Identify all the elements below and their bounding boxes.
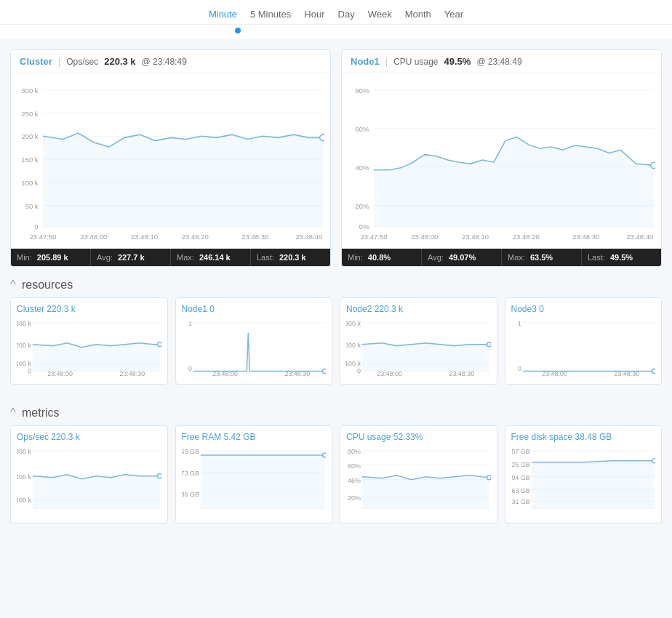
svg-text:23:48:00: 23:48:00 xyxy=(212,370,238,376)
time-option-year[interactable]: Year xyxy=(444,9,463,20)
node1-chart-body: 80% 60% 40% 20% 0% 23:47:50 23:48:0 xyxy=(342,73,661,249)
svg-text:0: 0 xyxy=(357,367,361,374)
node1-value: 49.5% xyxy=(444,56,471,67)
node1-stats-bar: Min: 40.8% Avg: 49.07% Max: 63.5% Last: … xyxy=(342,249,661,266)
svg-text:150 k: 150 k xyxy=(21,156,38,164)
resources-caret-icon: ^ xyxy=(10,278,19,291)
svg-text:100 k: 100 k xyxy=(17,497,31,504)
svg-text:27.94 GB: 27.94 GB xyxy=(511,474,530,481)
mini-cluster-card: Cluster 220.3 k 300 k 200 k 100 k 0 23:4… xyxy=(10,297,168,385)
svg-point-111 xyxy=(652,459,655,463)
svg-text:23:47:50: 23:47:50 xyxy=(29,233,56,241)
svg-text:23:47:50: 23:47:50 xyxy=(360,233,387,241)
svg-text:300 k: 300 k xyxy=(17,320,31,327)
svg-point-31 xyxy=(651,162,655,168)
svg-text:300 k: 300 k xyxy=(346,320,361,327)
active-indicator-dot xyxy=(235,28,241,33)
metrics-label: metrics xyxy=(22,406,60,419)
svg-text:80%: 80% xyxy=(348,448,361,455)
svg-text:23:48:10: 23:48:10 xyxy=(462,233,489,241)
svg-text:20%: 20% xyxy=(348,494,361,502)
resources-grid: Cluster 220.3 k 300 k 200 k 100 k 0 23:4… xyxy=(0,297,672,395)
svg-point-81 xyxy=(158,474,161,478)
metric-ram-card: Free RAM 5.42 GB 5.59 GB 3.73 GB 1.86 GB xyxy=(175,425,333,523)
svg-text:1.86 GB: 1.86 GB xyxy=(182,491,199,499)
svg-text:23:48:00: 23:48:00 xyxy=(542,370,567,376)
svg-point-14 xyxy=(320,135,324,140)
metric-ops-title: Ops/sec 220.3 k xyxy=(17,432,161,442)
svg-text:300 k: 300 k xyxy=(21,87,38,95)
svg-point-99 xyxy=(487,475,491,480)
node1-max: Max: 63.5% xyxy=(502,249,582,266)
svg-text:46.57 GB: 46.57 GB xyxy=(511,448,530,455)
node1-min: Min: 40.8% xyxy=(342,249,422,266)
metrics-grid: Ops/sec 220.3 k 300 k 200 k 100 k Free R… xyxy=(0,425,672,534)
svg-text:23:48:00: 23:48:00 xyxy=(411,233,438,241)
cluster-chart-svg: 300 k 250 k 200 k 150 k 100 k 50 k 0 xyxy=(17,79,324,249)
svg-text:200 k: 200 k xyxy=(17,341,31,348)
cluster-ops-header: Cluster | Ops/sec 220.3 k @ 23:48:49 xyxy=(11,50,330,73)
svg-text:0: 0 xyxy=(34,222,38,230)
time-option-minute[interactable]: Minute xyxy=(209,9,237,20)
svg-text:23:48:20: 23:48:20 xyxy=(182,233,209,241)
svg-point-46 xyxy=(158,342,161,346)
svg-text:18.63 GB: 18.63 GB xyxy=(511,487,530,494)
svg-text:23:48:10: 23:48:10 xyxy=(131,233,158,241)
svg-text:23:48:30: 23:48:30 xyxy=(284,370,310,376)
svg-text:60%: 60% xyxy=(348,462,361,470)
svg-text:23:48:30: 23:48:30 xyxy=(572,233,599,241)
mini-node2-card: Node2 220.3 k 300 k 200 k 100 k 0 23:48:… xyxy=(340,297,497,385)
svg-text:200 k: 200 k xyxy=(17,473,31,481)
time-selector: Minute 5 Minutes Hour Day Week Month Yea… xyxy=(0,0,672,25)
svg-text:50 k: 50 k xyxy=(25,202,39,210)
time-option-week[interactable]: Week xyxy=(368,9,392,20)
cluster-last: Last: 220.3 k xyxy=(251,249,330,266)
cluster-ops-card: Cluster | Ops/sec 220.3 k @ 23:48:49 300… xyxy=(10,49,331,267)
svg-text:9.31 GB: 9.31 GB xyxy=(511,498,530,505)
metric-cpu-card: CPU usage 52.33% 80% 60% 46% 20% xyxy=(340,425,497,523)
time-option-hour[interactable]: Hour xyxy=(304,9,324,20)
time-indicator xyxy=(0,25,672,39)
time-option-month[interactable]: Month xyxy=(405,9,431,20)
svg-text:100 k: 100 k xyxy=(21,179,38,187)
svg-text:1: 1 xyxy=(517,320,521,327)
node1-timestamp: @ 23:48:49 xyxy=(476,57,521,67)
node1-avg: Avg: 49.07% xyxy=(422,249,502,266)
cluster-title: Cluster xyxy=(20,56,52,67)
svg-text:0: 0 xyxy=(188,365,191,372)
svg-text:200 k: 200 k xyxy=(346,341,361,348)
svg-point-71 xyxy=(652,369,655,373)
mini-node1-svg: 1 0 23:48:00 23:48:30 xyxy=(182,318,327,376)
mini-node3-svg: 1 0 23:48:00 23:48:30 xyxy=(511,318,656,376)
svg-text:0%: 0% xyxy=(359,222,369,230)
metrics-caret-icon: ^ xyxy=(10,406,19,419)
svg-text:1: 1 xyxy=(188,320,191,327)
mini-node2-title: Node2 220.3 k xyxy=(346,304,491,314)
svg-text:23:48:20: 23:48:20 xyxy=(513,233,540,241)
cluster-avg: Avg: 227.7 k xyxy=(91,249,171,266)
cluster-timestamp: @ 23:48:49 xyxy=(142,57,187,67)
mini-cluster-svg: 300 k 200 k 100 k 0 23:48:00 23:48:30 xyxy=(17,318,161,376)
resources-label: resources xyxy=(22,278,73,291)
svg-text:300 k: 300 k xyxy=(17,448,31,455)
metric-ram-svg: 5.59 GB 3.73 GB 1.86 GB xyxy=(182,446,327,515)
svg-text:100 k: 100 k xyxy=(17,359,31,366)
svg-text:46%: 46% xyxy=(348,477,361,484)
time-option-day[interactable]: Day xyxy=(338,9,355,20)
metric-disk-svg: 46.57 GB 37.25 GB 27.94 GB 18.63 GB 9.31… xyxy=(511,446,656,515)
svg-point-53 xyxy=(322,369,326,373)
svg-text:23:48:30: 23:48:30 xyxy=(241,233,268,241)
mini-cluster-title: Cluster 220.3 k xyxy=(17,304,161,314)
node1-chart-svg: 80% 60% 40% 20% 0% 23:47:50 23:48:0 xyxy=(348,79,655,249)
node1-metric: CPU usage xyxy=(393,57,438,67)
main-charts-row: Cluster | Ops/sec 220.3 k @ 23:48:49 300… xyxy=(0,39,672,267)
svg-text:23:48:40: 23:48:40 xyxy=(626,233,653,241)
cluster-value: 220.3 k xyxy=(104,56,135,67)
metric-cpu-title: CPU usage 52.33% xyxy=(346,432,491,442)
time-option-5min[interactable]: 5 Minutes xyxy=(250,9,291,20)
node1-cpu-card: Node1 | CPU usage 49.5% @ 23:48:49 80% 6… xyxy=(341,49,662,267)
node1-last: Last: 49.5% xyxy=(582,249,661,266)
svg-text:37.25 GB: 37.25 GB xyxy=(511,461,530,468)
svg-text:23:48:40: 23:48:40 xyxy=(295,233,322,241)
cluster-min: Min: 205.89 k xyxy=(11,249,91,266)
